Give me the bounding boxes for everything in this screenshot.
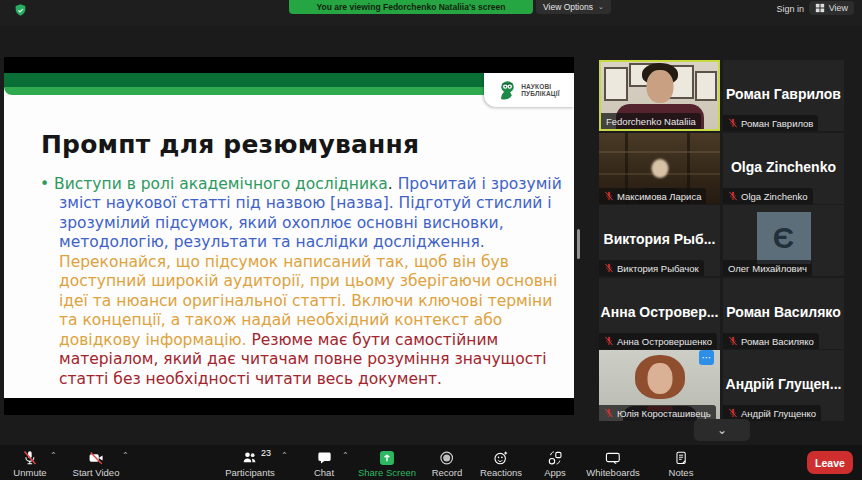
participant-display-name: Виктория Рыб... (599, 231, 720, 247)
owl-logo-icon (498, 80, 517, 101)
participant-name-label: Олег Михайлович (723, 260, 812, 276)
reactions-smiley-icon (493, 450, 509, 466)
participants-label: Participants (225, 467, 275, 478)
chevron-up-icon[interactable]: ⌃ (122, 451, 129, 460)
record-icon (439, 450, 455, 466)
zoom-meeting-window: You are viewing Fedorchenko Nataliia's s… (0, 0, 862, 480)
slide-title: Промпт для резюмування (41, 130, 419, 159)
muted-mic-icon (604, 191, 614, 201)
slide-bullet-paragraph: • Виступи в ролі академічного дослідника… (40, 175, 564, 390)
participant-tile-name[interactable]: Андрій Глущен... Андрій Глущенко (723, 350, 844, 421)
publisher-logo-text: НАУКОВІ ПУБЛІКАЦІЇ (521, 83, 560, 98)
avatar-initial: Є (757, 212, 811, 264)
participants-button[interactable]: Participants 23 ⌃ (225, 445, 275, 480)
sign-in-button[interactable]: Sign in (770, 1, 810, 17)
view-options-button[interactable]: View Options ⌄ (536, 0, 611, 14)
participant-tile-name[interactable]: Виктория Рыб... Виктория Рыбачок (599, 205, 720, 276)
participants-count-badge: 23 (261, 448, 271, 458)
muted-mic-icon (604, 408, 614, 418)
participant-tile-video[interactable]: ⋯ Юлія Коросташивець (599, 350, 720, 421)
mic-muted-icon (21, 450, 38, 466)
banner-text: You are viewing Fedorchenko Nataliia's s… (317, 2, 506, 12)
whiteboards-label: Whiteboards (586, 467, 639, 478)
participant-name-label: Анна Островершенко (599, 333, 717, 349)
bullet-marker: • (40, 175, 49, 193)
gallery-collapse-button[interactable]: ⌄ (694, 419, 750, 441)
muted-mic-icon (728, 191, 738, 201)
reactions-label: Reactions (480, 467, 522, 478)
record-label: Record (432, 467, 463, 478)
viewing-screen-banner: You are viewing Fedorchenko Nataliia's s… (289, 0, 533, 14)
start-video-label: Start Video (73, 467, 120, 478)
shared-screen-area: НАУКОВІ ПУБЛІКАЦІЇ Промпт для резюмуванн… (4, 57, 574, 415)
share-screen-button[interactable]: Share Screen (358, 445, 416, 480)
participant-name-label: Fedorchenko Nataliia (601, 113, 701, 129)
whiteboards-button[interactable]: Whiteboards (586, 445, 639, 480)
participant-tile-name[interactable]: Роман Гаврилов Роман Гаврилов (723, 60, 844, 131)
view-options-label: View Options (543, 2, 593, 12)
meeting-toolbar: Unmute ⌃ Start Video ⌃ Participants 23 ⌃… (0, 445, 862, 480)
publisher-logo: НАУКОВІ ПУБЛІКАЦІЇ (484, 73, 574, 107)
grid-view-icon (815, 3, 825, 13)
notes-icon (673, 450, 688, 466)
participant-tile-name[interactable]: Olga Zinchenko Olga Zinchenko (723, 133, 844, 204)
slide-text-segment: Виступи в ролі академічного дослідника (54, 175, 388, 193)
participant-name-label: Максимова Лариса (599, 188, 706, 204)
participant-tile-name[interactable]: Анна Островер... Анна Островершенко (599, 278, 720, 349)
start-video-button[interactable]: Start Video ⌃ (73, 445, 120, 480)
participant-tile-name[interactable]: Роман Василяко Роман Василяко (723, 278, 844, 349)
muted-mic-icon (728, 336, 738, 346)
chevron-up-icon[interactable]: ⌃ (50, 451, 57, 460)
view-layout-button[interactable]: View (809, 1, 854, 15)
top-bar: You are viewing Fedorchenko Nataliia's s… (0, 0, 862, 26)
participant-display-name: Андрій Глущен... (723, 376, 844, 392)
apps-button[interactable]: Apps (544, 445, 566, 480)
share-screen-label: Share Screen (358, 467, 416, 478)
participant-display-name: Роман Василяко (723, 304, 844, 320)
participant-display-name: Роман Гаврилов (723, 86, 844, 102)
muted-mic-icon (728, 118, 738, 128)
participants-icon (241, 450, 258, 466)
participant-name-label: Виктория Рыбачок (599, 260, 704, 276)
participant-tile-avatar[interactable]: Є Олег Михайлович (723, 205, 844, 276)
chat-button[interactable]: Chat ⌃ (314, 445, 334, 480)
unmute-button[interactable]: Unmute ⌃ (13, 445, 46, 480)
chevron-down-icon: ⌄ (598, 3, 604, 11)
presentation-slide: НАУКОВІ ПУБЛІКАЦІЇ Промпт для резюмуванн… (4, 73, 574, 398)
chat-label: Chat (314, 467, 334, 478)
participant-name-label: Olga Zinchenko (723, 188, 813, 204)
whiteboard-icon (605, 450, 622, 466)
participant-tile-video[interactable]: Максимова Лариса (599, 133, 720, 204)
apps-icon (547, 450, 563, 466)
chevron-up-icon[interactable]: ⌃ (342, 451, 349, 460)
apps-label: Apps (544, 467, 566, 478)
share-screen-icon (379, 450, 395, 466)
notes-label: Notes (669, 467, 694, 478)
record-button[interactable]: Record (432, 445, 463, 480)
muted-mic-icon (604, 336, 614, 346)
muted-mic-icon (604, 263, 614, 273)
participant-tile-video[interactable]: Fedorchenko Nataliia (599, 60, 720, 131)
chat-bubble-icon (315, 450, 332, 466)
notes-button[interactable]: Notes (669, 445, 694, 480)
security-shield-icon[interactable] (13, 3, 28, 18)
participant-name-label: Роман Гаврилов (723, 115, 818, 131)
participant-display-name: Анна Островер... (599, 304, 720, 320)
leave-button[interactable]: Leave (807, 451, 853, 474)
reactions-button[interactable]: Reactions (480, 445, 522, 480)
participant-name-label: Роман Василяко (723, 333, 819, 349)
panel-resize-handle[interactable] (577, 229, 580, 259)
more-options-button[interactable]: ⋯ (699, 350, 714, 365)
muted-mic-icon (728, 408, 738, 418)
slide-text-segment: . (388, 175, 398, 193)
camera-muted-icon (87, 450, 104, 466)
chevron-up-icon[interactable]: ⌃ (281, 451, 288, 460)
view-label: View (829, 3, 848, 13)
participant-display-name: Olga Zinchenko (723, 159, 844, 175)
chevron-down-icon: ⌄ (717, 423, 727, 437)
unmute-label: Unmute (13, 467, 46, 478)
